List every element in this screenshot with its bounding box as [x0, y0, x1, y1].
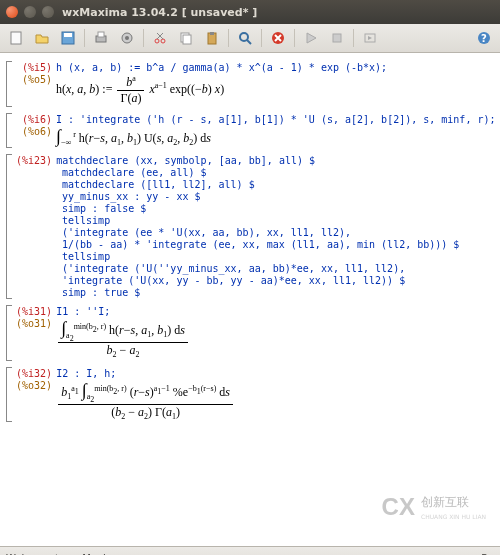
- input-label: (%i32): [16, 368, 52, 379]
- minimize-button[interactable]: [24, 6, 36, 18]
- find-button[interactable]: [233, 26, 257, 50]
- interrupt-button[interactable]: [325, 26, 349, 50]
- input-code[interactable]: tellsimp: [62, 215, 110, 226]
- svg-point-8: [161, 39, 165, 43]
- input-code[interactable]: h (x, a, b) := b^a / gamma(a) * x^(a - 1…: [56, 62, 387, 73]
- cell-bracket[interactable]: [4, 152, 14, 301]
- input-code[interactable]: simp : true $: [62, 287, 140, 298]
- output-math: b1a1 ∫a2min(b2, r) (r−s)a1−1 %e−b1(r−s) …: [56, 380, 235, 421]
- svg-rect-12: [210, 32, 214, 35]
- paste-button[interactable]: [200, 26, 224, 50]
- input-code[interactable]: I : 'integrate ('h (r - s, a[1], b[1]) *…: [56, 114, 496, 125]
- cut-button[interactable]: [148, 26, 172, 50]
- input-code[interactable]: yy_minus_xx : yy - xx $: [62, 191, 200, 202]
- save-button[interactable]: [56, 26, 80, 50]
- svg-rect-10: [183, 35, 191, 44]
- input-code[interactable]: matchdeclare ([ll1, ll2], all) $: [62, 179, 255, 190]
- cell-31: (%i31) I1 : ''I; (%o31) ∫a2min(b2, r) h(…: [4, 303, 496, 362]
- input-code[interactable]: ('integrate ('U(''yy_minus_xx, aa, bb)*e…: [62, 263, 405, 274]
- input-label: (%i5): [16, 62, 52, 73]
- output-math: ∫a2min(b2, r) h(r−s, a1, b1) dsb2 − a2: [56, 318, 190, 359]
- maximize-button[interactable]: [42, 6, 54, 18]
- input-code[interactable]: ('integrate (ee * 'U(xx, aa, bb), xx, ll…: [62, 227, 351, 238]
- run-button[interactable]: [299, 26, 323, 50]
- output-label: (%o32): [16, 380, 52, 391]
- cell-bracket[interactable]: [4, 303, 14, 362]
- input-code[interactable]: simp : false $: [62, 203, 146, 214]
- output-math: h(x, a, b) := baΓ(a) xa−1 exp((−b) x): [56, 74, 224, 106]
- input-code[interactable]: 1/(bb - aa) * 'integrate (ee, xx, max (l…: [62, 239, 459, 250]
- input-label: (%i6): [16, 114, 52, 125]
- stop-button[interactable]: [266, 26, 290, 50]
- animate-button[interactable]: [358, 26, 382, 50]
- print-button[interactable]: [89, 26, 113, 50]
- svg-rect-4: [98, 32, 104, 37]
- output-label: (%o31): [16, 318, 52, 329]
- cell-5: (%i5) h (x, a, b) := b^a / gamma(a) * x^…: [4, 59, 496, 109]
- svg-point-7: [155, 39, 159, 43]
- svg-text:?: ?: [481, 33, 487, 44]
- new-button[interactable]: [4, 26, 28, 50]
- svg-point-13: [240, 33, 248, 41]
- cell-23: (%i23)matchdeclare (xx, symbolp, [aa, bb…: [4, 152, 496, 301]
- input-code[interactable]: I1 : ''I;: [56, 306, 110, 317]
- config-button[interactable]: [115, 26, 139, 50]
- titlebar: wxMaxima 13.04.2 [ unsaved* ]: [0, 0, 500, 24]
- input-code[interactable]: matchdeclare (xx, symbolp, [aa, bb], all…: [56, 155, 315, 166]
- output-math: ∫−∞ r h(r−s, a1, b1) U(s, a2, b2) ds: [56, 126, 211, 147]
- close-button[interactable]: [6, 6, 18, 18]
- worksheet[interactable]: (%i5) h (x, a, b) := b^a / gamma(a) * x^…: [0, 53, 500, 546]
- svg-point-6: [125, 36, 129, 40]
- toolbar: ?: [0, 24, 500, 53]
- output-label: (%o5): [16, 74, 52, 85]
- cell-6: (%i6) I : 'integrate ('h (r - s, a[1], b…: [4, 111, 496, 150]
- cell-bracket[interactable]: [4, 59, 14, 109]
- cell-bracket[interactable]: [4, 365, 14, 424]
- input-label: (%i31): [16, 306, 52, 317]
- window-title: wxMaxima 13.04.2 [ unsaved* ]: [62, 6, 257, 19]
- input-label: (%i23): [16, 155, 52, 166]
- svg-rect-0: [11, 32, 21, 44]
- input-code[interactable]: 'integrate ('U(xx, yy - bb, yy - aa)*ee,…: [62, 275, 405, 286]
- input-code[interactable]: tellsimp: [62, 251, 110, 262]
- help-button[interactable]: ?: [472, 26, 496, 50]
- input-code[interactable]: I2 : I, h;: [56, 368, 116, 379]
- cell-bracket[interactable]: [4, 111, 14, 150]
- input-code[interactable]: matchdeclare (ee, all) $: [62, 167, 207, 178]
- copy-button[interactable]: [174, 26, 198, 50]
- open-button[interactable]: [30, 26, 54, 50]
- cell-32: (%i32) I2 : I, h; (%o32) b1a1 ∫a2min(b2,…: [4, 365, 496, 424]
- output-label: (%o6): [16, 126, 52, 137]
- statusbar: Welcome to wxMaxima Re: [0, 546, 500, 555]
- window-controls: [6, 6, 54, 18]
- svg-rect-2: [64, 33, 72, 37]
- svg-rect-15: [333, 34, 341, 42]
